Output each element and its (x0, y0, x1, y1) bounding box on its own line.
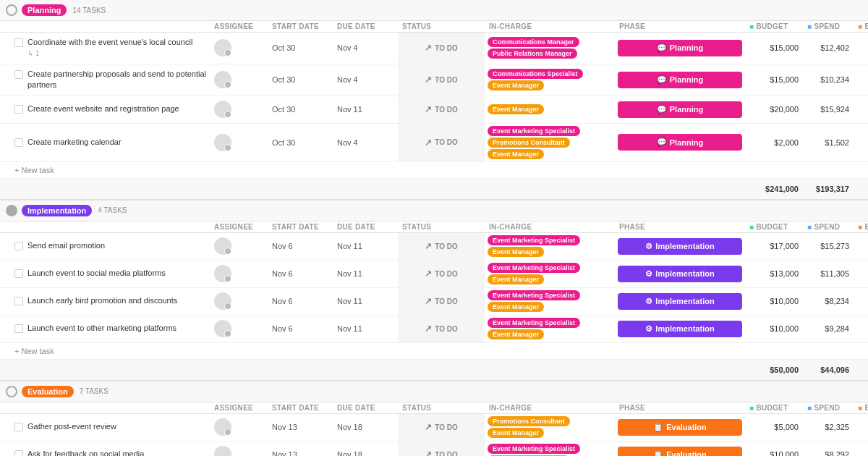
new-task-button-implementation[interactable]: + New task (0, 343, 868, 360)
incharge-tags: Promotions ConsultantEvent Manager (485, 414, 615, 440)
status-badge: ↗ TO DO (425, 43, 457, 53)
budget-value: $13,000 (745, 266, 803, 281)
table-row[interactable]: Gather post-event review Nov 13 Nov 18 ↗… (0, 414, 868, 442)
spend-value: $15,273 (803, 239, 854, 253)
start-date: Nov 6 (268, 294, 333, 308)
incharge-tags: Event Marketing SpecialistPromotions Con… (485, 442, 615, 456)
assignee-cell (210, 290, 268, 313)
phase-icon: 💬 (657, 138, 667, 147)
avatar (214, 418, 231, 436)
table-row[interactable]: Launch event to social media platforms N… (0, 261, 868, 288)
budget-value: $2,000 (745, 135, 803, 150)
col-incharge: IN-CHARGE (485, 221, 615, 232)
balance-value: $2,598 (854, 41, 868, 55)
task-checkbox-1[interactable] (14, 269, 23, 278)
task-checkbox-3[interactable] (14, 324, 23, 333)
task-checkbox-0[interactable] (14, 38, 23, 47)
status-arrow-icon: ↗ (425, 104, 432, 114)
avatar (214, 320, 231, 337)
phase-icon: 💬 (657, 75, 667, 85)
total-spend: $44,096 (803, 363, 854, 377)
spend-value: $11,305 (803, 266, 854, 281)
new-task-button-planning[interactable]: + New task (0, 162, 868, 179)
table-row[interactable]: Send email promotion Nov 6 Nov 11 ↗ TO D… (0, 233, 868, 261)
tag: Event Manager (488, 302, 544, 312)
table-row[interactable]: Launch event to other marketing platform… (0, 316, 868, 343)
phase-icon: ⚙ (645, 269, 652, 279)
incharge-tags: Event Marketing SpecialistEvent Manager (485, 288, 615, 314)
task-name-text: Launch event to other marketing platform… (27, 323, 176, 334)
col-status: STATUS (398, 402, 485, 413)
col-status: STATUS (398, 21, 485, 32)
table-row[interactable]: Ask for feedback on social media Nov 13 … (0, 442, 868, 456)
incharge-tags: Event Marketing SpecialistEvent Manager (485, 316, 615, 342)
table-row[interactable]: Coordinate with the event venue's local … (0, 33, 868, 64)
phase-cell: 💬 Planning (615, 38, 745, 59)
budget-value: $20,000 (745, 102, 803, 117)
task-checkbox-0[interactable] (14, 423, 23, 431)
status-label: TO DO (435, 297, 457, 305)
balance-value: $1,695 (854, 266, 868, 281)
task-checkbox-1[interactable] (14, 70, 23, 79)
col-budget: ■ BUDGET (745, 221, 803, 232)
spend-value: $8,292 (803, 447, 854, 456)
table-row[interactable]: Create partnership proposals and send to… (0, 64, 868, 96)
avatar (214, 71, 231, 88)
task-checkbox-1[interactable] (14, 450, 23, 456)
start-date: Oct 30 (268, 72, 333, 87)
budget-value: $17,000 (745, 239, 803, 253)
tasks-count-evaluation: 7 TASKS (80, 387, 109, 395)
tag: Event Marketing Specialist (488, 318, 580, 328)
balance-value: $2,675 (854, 420, 868, 434)
phase-cell: 💬 Planning (615, 132, 745, 153)
section-header-evaluation[interactable]: Evaluation 7 TASKS (0, 381, 868, 402)
assignee-cell (210, 317, 268, 340)
budget-value: $10,000 (745, 294, 803, 308)
due-date: Nov 11 (333, 266, 398, 281)
section-circle (6, 386, 17, 397)
table-row[interactable]: Launch early bird promotion and discount… (0, 288, 868, 316)
phase-badge: ⚙ Implementation (618, 266, 742, 282)
status-arrow-icon: ↗ (425, 324, 432, 334)
due-date: Nov 18 (333, 420, 398, 434)
status-badge: ↗ TO DO (425, 324, 457, 334)
balance-value: $498 (854, 135, 868, 150)
phase-label: Planning (670, 105, 703, 114)
status-label: TO DO (435, 76, 457, 84)
status-arrow-icon: ↗ (425, 241, 432, 251)
task-name-text: Create marketing calendar (27, 137, 122, 148)
status-badge: ↗ TO DO (425, 104, 457, 114)
status-arrow-icon: ↗ (425, 422, 432, 432)
status-cell: ↗ TO DO (398, 33, 485, 64)
task-checkbox-3[interactable] (14, 138, 23, 147)
status-arrow-icon: ↗ (425, 43, 432, 53)
total-budget: $50,000 (745, 363, 803, 377)
budget-value: $15,000 (745, 41, 803, 55)
status-label: TO DO (435, 242, 457, 250)
due-date: Nov 11 (333, 321, 398, 336)
task-name-text: Launch early bird promotion and discount… (27, 295, 177, 306)
task-checkbox-0[interactable] (14, 242, 23, 250)
status-badge: ↗ TO DO (425, 75, 457, 85)
phase-label: Implementation (655, 324, 714, 333)
due-date: Nov 11 (333, 294, 398, 308)
total-label (0, 363, 210, 377)
col-start: START DATE (268, 402, 333, 413)
task-checkbox-2[interactable] (14, 105, 23, 114)
phase-badge: 💬 Planning (618, 134, 742, 151)
new-task-label: + New task (14, 166, 54, 174)
col-phase: PHASE (615, 402, 745, 413)
task-checkbox-2[interactable] (14, 297, 23, 305)
tag: Promotions Consultant (488, 416, 570, 426)
table-row[interactable]: Create marketing calendar Oct 30 Nov 4 ↗… (0, 124, 868, 162)
status-label: TO DO (435, 451, 457, 456)
total-empty-4 (398, 182, 485, 196)
spend-value: $1,502 (803, 135, 854, 150)
section-header-implementation[interactable]: Implementation 4 TASKS (0, 200, 868, 221)
total-spend: $193,317 (803, 182, 854, 196)
phase-icon: 📋 (653, 450, 663, 456)
phase-cell: 💬 Planning (615, 69, 745, 90)
col-due: DUE DATE (333, 221, 398, 232)
table-row[interactable]: Create event website and registration pa… (0, 96, 868, 124)
section-header-planning[interactable]: Planning 14 TASKS (0, 0, 868, 21)
